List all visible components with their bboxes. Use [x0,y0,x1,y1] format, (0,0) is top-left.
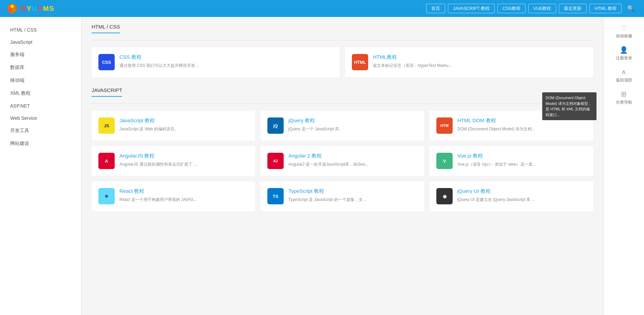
jqueryui-card-content: jQuery UI 教程 jQuery UI 是建立在 jQuery JavaS… [457,188,586,203]
nav-icon: ⊞ [621,90,627,98]
right-sidebar: ♡ 添加收藏 👤 注册登录 ∧ 返回顶部 ⊞ 分类导航 [603,17,644,315]
css-card-title: CSS 教程 [119,54,333,60]
dom-tooltip: DOM (Document Object Model) 译为文档对象模型，是 H… [542,92,596,120]
login-label: 注册登录 [616,55,632,61]
section-title-html-css: HTML / CSS [92,24,120,30]
js-icon: JS [98,117,115,134]
right-action-bookmark[interactable]: ♡ 添加收藏 [616,24,632,39]
section-javascript: JAVASCRIPT JS JavaScript 教程 JavaScript 是… [92,87,593,211]
angular2-card-content: Angular 2 教程 Angular2 是一款开源JavaScript库，由… [288,153,417,167]
section-header-javascript: JAVASCRIPT [92,87,122,97]
sidebar-item-server[interactable]: 服务端 [0,48,81,61]
card-angular2[interactable]: A2 Angular 2 教程 Angular2 是一款开源JavaScript… [261,146,424,176]
card-jquery[interactable]: jQ jQuery 教程 jQuery 是一个 JavaScript 库。 [261,111,424,141]
card-jqueryui[interactable]: ◉ jQuery UI 教程 jQuery UI 是建立在 jQuery Jav… [430,181,593,211]
nav-btn-css[interactable]: CSS教程 [497,4,526,13]
sidebar-item-database[interactable]: 数据库 [0,61,81,74]
sidebar-item-devtools[interactable]: 开发工具 [0,124,81,137]
bookmark-label: 添加收藏 [616,33,632,39]
card-react[interactable]: ⚛ React 教程 React 是一个用于构建用户界面的 JAVAS... [92,181,255,211]
login-icon: 👤 [620,46,628,54]
angular2-card-title: Angular 2 教程 [288,153,417,159]
sidebar-item-javascript[interactable]: JavaScript [0,36,81,48]
logo-icon [7,3,18,14]
card-vuejs[interactable]: V Vue.js 教程 Vue.js（读音 /vjuː/，类似于 view）是一… [430,146,593,176]
card-html[interactable]: HTML HTML教程 超文本标记语言（英语：HyperText Marku..… [345,47,593,77]
bookmark-icon: ♡ [621,24,627,32]
sidebar-item-website[interactable]: 网站建设 [0,137,81,150]
svg-point-3 [13,9,16,11]
jqueryui-icon: ◉ [436,188,453,204]
typescript-card-desc: TypeScript 是 JavaScript 的一个超集，支... [288,197,417,203]
layout: HTML / CSS JavaScript 服务端 数据库 移动端 XML 教程… [0,17,644,315]
typescript-card-content: TypeScript 教程 TypeScript 是 JavaScript 的一… [288,188,417,203]
section-header-html-css: HTML / CSS [92,24,120,33]
css-icon: CSS [98,54,115,70]
nav-btn-recent[interactable]: 最近更新 [559,4,587,13]
jquery-card-title: jQuery 教程 [288,117,417,124]
nav-right: 首页 JAVASCRIPT 教程 CSS教程 VUE教程 最近更新 HTML 教… [426,3,637,14]
section-title-javascript: JAVASCRIPT [92,87,122,93]
right-action-login[interactable]: 👤 注册登录 [616,46,632,61]
css-card-content: CSS 教程 通过使用 CSS 我们可以大大提升网页开发... [119,54,333,69]
card-html-dom[interactable]: HTM HTML DOM 教程 DOM (Document Object Mod… [430,111,593,141]
js-card-content: JavaScript 教程 JavaScript 是 Web 的编程语言。 [119,117,248,132]
nav-btn-javascript[interactable]: JAVASCRIPT 教程 [448,4,495,13]
card-angularjs[interactable]: A AngularJS 教程 AngularJS 通过新的属性和表达式扩展了 .… [92,146,255,176]
logo-text: MYUCMS [20,5,55,13]
cards-grid-html-css: CSS CSS 教程 通过使用 CSS 我们可以大大提升网页开发... HTML… [92,47,593,77]
top-icon: ∧ [621,68,626,76]
card-javascript[interactable]: JS JavaScript 教程 JavaScript 是 Web 的编程语言。 [92,111,255,141]
react-card-desc: React 是一个用于构建用户界面的 JAVAS... [119,197,248,203]
search-button[interactable]: 🔍 [624,3,637,14]
sidebar-item-mobile[interactable]: 移动端 [0,74,81,87]
sidebar-item-aspnet[interactable]: ASP.NET [0,100,81,112]
section-html-css: HTML / CSS CSS CSS 教程 通过使用 CSS 我们可以大大提升网… [92,24,593,77]
angular2-icon: A2 [267,153,284,169]
angular2-card-desc: Angular2 是一款开源JavaScript库，由Goo... [288,161,417,167]
card-css[interactable]: CSS CSS 教程 通过使用 CSS 我们可以大大提升网页开发... [92,47,340,77]
nav-btn-html[interactable]: HTML 教程 [589,4,622,13]
angularjs-card-content: AngularJS 教程 AngularJS 通过新的属性和表达式扩展了 ... [119,153,248,167]
js-card-desc: JavaScript 是 Web 的编程语言。 [119,126,248,132]
react-card-title: React 教程 [119,188,248,194]
jquery-card-content: jQuery 教程 jQuery 是一个 JavaScript 库。 [288,117,417,132]
main-content: HTML / CSS CSS CSS 教程 通过使用 CSS 我们可以大大提升网… [81,17,603,315]
header: MYUCMS 首页 JAVASCRIPT 教程 CSS教程 VUE教程 最近更新… [0,0,644,17]
section-divider-html-css [92,40,593,40]
top-label: 返回顶部 [616,77,632,83]
angular-icon: A [98,153,115,169]
nav-btn-home[interactable]: 首页 [426,4,445,13]
jquery-card-desc: jQuery 是一个 JavaScript 库。 [288,126,417,132]
jqueryui-card-desc: jQuery UI 是建立在 jQuery JavaScript 库 ... [457,197,586,203]
sidebar: HTML / CSS JavaScript 服务端 数据库 移动端 XML 教程… [0,17,81,315]
right-action-top[interactable]: ∧ 返回顶部 [616,68,632,83]
nav-btn-vue[interactable]: VUE教程 [528,4,556,13]
right-action-nav[interactable]: ⊞ 分类导航 [616,90,632,105]
react-card-content: React 教程 React 是一个用于构建用户界面的 JAVAS... [119,188,248,203]
dom-card-desc: DOM (Document Object Model) 译为文档... [457,126,586,132]
angularjs-card-desc: AngularJS 通过新的属性和表达式扩展了 ... [119,161,248,167]
typescript-card-title: TypeScript 教程 [288,188,417,194]
ts-icon: TS [267,188,284,204]
logo: MYUCMS [7,3,55,14]
html-card-content: HTML教程 超文本标记语言（英语：HyperText Marku... [373,54,586,69]
nav-label: 分类导航 [616,99,632,105]
sidebar-item-webservice[interactable]: Web Service [0,112,81,124]
sidebar-item-xml[interactable]: XML 教程 [0,87,81,100]
cards-grid-javascript: JS JavaScript 教程 JavaScript 是 Web 的编程语言。… [92,111,593,211]
dom-icon: HTM [436,117,453,134]
svg-point-1 [11,5,14,8]
vuejs-card-desc: Vue.js（读音 /vjuː/，类似于 view）是一套... [457,161,586,167]
section-divider-javascript [92,104,593,104]
sidebar-item-html-css[interactable]: HTML / CSS [0,24,81,36]
vue-icon: V [436,153,453,169]
card-typescript[interactable]: TS TypeScript 教程 TypeScript 是 JavaScript… [261,181,424,211]
svg-point-2 [9,9,12,11]
vuejs-card-title: Vue.js 教程 [457,153,586,159]
vuejs-card-content: Vue.js 教程 Vue.js（读音 /vjuː/，类似于 view）是一套.… [457,153,586,167]
js-card-title: JavaScript 教程 [119,117,248,124]
angularjs-card-title: AngularJS 教程 [119,153,248,159]
jquery-icon: jQ [267,117,284,134]
react-icon: ⚛ [98,188,115,204]
